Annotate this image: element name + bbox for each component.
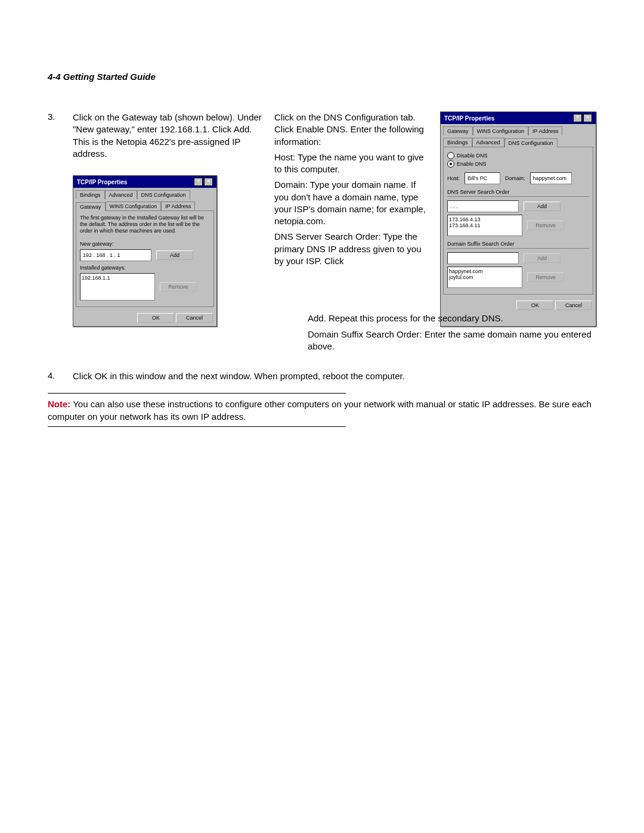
step-3-host: Host: Type the name you want to give to … (274, 151, 432, 176)
gateway-dialog-tabs-row2: Gateway WINS Configuration IP Address (73, 199, 216, 210)
add-suffix-button[interactable]: Add (524, 253, 561, 263)
tab-bindings[interactable]: Bindings (443, 138, 472, 147)
note-text-wrap: Note: You can also use these instruction… (48, 398, 596, 423)
suffix-list[interactable]: happynet.com joyful.com (447, 267, 522, 288)
ok-button[interactable]: OK (516, 301, 553, 310)
tab-wins-configuration[interactable]: WINS Configuration (473, 126, 529, 135)
domain-label: Domain: (505, 175, 525, 181)
cancel-button[interactable]: Cancel (555, 301, 592, 310)
tab-bindings[interactable]: Bindings (76, 190, 105, 199)
suffix-list-item[interactable]: happynet.com (449, 268, 521, 274)
step-4: 4. Click OK in this window and the next … (48, 370, 596, 386)
remove-suffix-button[interactable]: Remove (527, 272, 564, 282)
dns-dialog-tabs-row2: Bindings Advanced DNS Configuration (441, 135, 596, 147)
gateway-dialog-title: TCP/IP Properties (77, 179, 127, 185)
tab-ip-address[interactable]: IP Address (161, 202, 195, 210)
dns-list-item[interactable]: 173.168.4.11 (449, 222, 521, 228)
tab-advanced[interactable]: Advanced (105, 190, 137, 199)
tab-dns-configuration[interactable]: DNS Configuration (137, 190, 190, 199)
domain-input[interactable]: happynet.com (530, 172, 572, 184)
page-header: 4-4 Getting Started Guide (48, 72, 596, 82)
add-dns-button[interactable]: Add (524, 202, 561, 211)
tab-advanced[interactable]: Advanced (472, 138, 504, 147)
remove-gateway-button[interactable]: Remove (160, 282, 197, 292)
note-block: Note: You can also use these instruction… (48, 393, 596, 427)
dns-dialog-buttons: OK Cancel (441, 297, 596, 314)
dns-entry-input[interactable]: . . . (447, 200, 519, 212)
suffix-entry-input[interactable] (447, 252, 519, 264)
dns-dialog-title: TCP/IP Properties (444, 115, 494, 122)
dns-order-label: DNS Server Search Order (447, 189, 589, 195)
disable-dns-label: Disable DNS (457, 153, 488, 159)
note-label: Note: (48, 399, 70, 409)
page: 4-4 Getting Started Guide 3. Click on th… (0, 0, 644, 833)
dns-dialog-panel: Disable DNS Enable DNS Host: Bill's PC D… (443, 147, 593, 295)
gateway-dialog-titlebar: TCP/IP Properties ? × (73, 176, 216, 188)
host-label: Host: (447, 175, 460, 181)
step-3-domain: Domain: Type your domain name. If you do… (274, 179, 432, 227)
close-icon[interactable]: × (204, 178, 213, 186)
suffix-list-item[interactable]: joyful.com (449, 274, 521, 280)
gateway-dialog-panel: The first gateway in the Installed Gatew… (76, 210, 214, 307)
step-3-dns-part1: DNS Server Search Order: Type the primar… (274, 231, 432, 267)
gateway-dialog: TCP/IP Properties ? × Bindings Advanced … (73, 175, 217, 327)
tab-dns-configuration[interactable]: DNS Configuration (504, 138, 558, 147)
host-input[interactable]: Bill's PC (465, 172, 500, 184)
step-4-number: 4. (48, 370, 73, 386)
note-text: You can also use these instructions to c… (48, 399, 592, 421)
tab-gateway[interactable]: Gateway (76, 202, 106, 211)
close-icon[interactable]: × (583, 114, 592, 122)
radio-icon (447, 152, 454, 159)
installed-gateways-list[interactable]: 192.168.1.1 (80, 273, 155, 301)
new-gateway-label: New gateway: (80, 241, 210, 247)
enable-dns-radio[interactable]: Enable DNS (447, 160, 589, 168)
disable-dns-radio[interactable]: Disable DNS (447, 152, 589, 159)
new-gateway-input[interactable]: 192 . 168 . 1 . 1 (80, 249, 151, 261)
step-3-right-intro: Click on the DNS Configuration tab. Clic… (274, 112, 432, 148)
gateway-dialog-tabs-row1: Bindings Advanced DNS Configuration (73, 188, 216, 199)
step-4-text: Click OK in this window and the next win… (73, 370, 405, 382)
cancel-button[interactable]: Cancel (176, 313, 213, 323)
installed-gateway-item[interactable]: 192.168.1.1 (82, 275, 153, 281)
gateway-description: The first gateway in the Installed Gatew… (80, 215, 210, 234)
add-gateway-button[interactable]: Add (156, 250, 193, 260)
ok-button[interactable]: OK (137, 313, 174, 323)
dns-list-item[interactable]: 173.166.4.13 (449, 216, 521, 222)
dns-dialog: TCP/IP Properties ? × Gateway WINS Confi… (440, 112, 596, 327)
dns-dialog-tabs-row1: Gateway WINS Configuration IP Address (441, 124, 596, 135)
note-rule-top (48, 393, 346, 394)
step-3-suffix: Domain Suffix Search Order: Enter the sa… (308, 329, 596, 353)
help-icon[interactable]: ? (194, 178, 203, 186)
tab-wins-configuration[interactable]: WINS Configuration (106, 202, 162, 210)
tab-gateway[interactable]: Gateway (443, 126, 473, 135)
radio-icon (447, 160, 454, 168)
right-column: Click on the DNS Configuration tab. Clic… (274, 112, 596, 327)
dns-dialog-titlebar: TCP/IP Properties ? × (441, 112, 596, 124)
help-icon[interactable]: ? (573, 114, 582, 122)
installed-gateways-label: Installed gateways: (80, 265, 210, 271)
right-text-block: Click on the DNS Configuration tab. Clic… (274, 112, 432, 327)
two-column-layout: 3. Click on the Gateway tab (shown below… (48, 112, 596, 327)
left-column: 3. Click on the Gateway tab (shown below… (48, 112, 262, 327)
gateway-dialog-buttons: OK Cancel (73, 309, 216, 326)
enable-dns-label: Enable DNS (457, 161, 487, 167)
step-3-left: 3. Click on the Gateway tab (shown below… (48, 112, 262, 163)
remove-dns-button[interactable]: Remove (527, 221, 564, 230)
tab-ip-address[interactable]: IP Address (528, 126, 562, 135)
suffix-order-label: Domain Suffix Search Order (447, 241, 589, 247)
step-3-left-text: Click on the Gateway tab (shown below). … (73, 112, 262, 160)
note-rule-bottom (48, 426, 346, 427)
step-3-number: 3. (48, 112, 73, 163)
dns-list[interactable]: 173.166.4.13 173.168.4.11 (447, 215, 522, 236)
